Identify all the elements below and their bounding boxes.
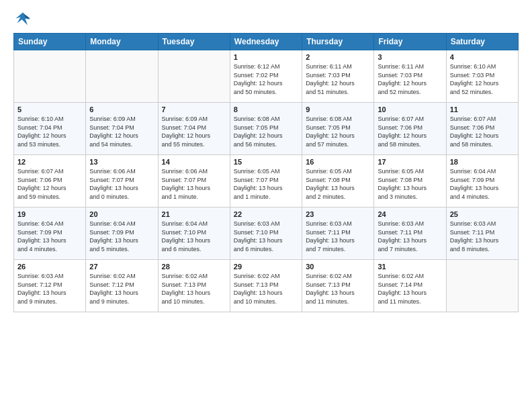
day-info: Sunrise: 6:02 AM Sunset: 7:14 PM Dayligh… xyxy=(378,272,442,306)
calendar-cell: 14Sunrise: 6:06 AM Sunset: 7:07 PM Dayli… xyxy=(158,155,230,208)
day-info: Sunrise: 6:04 AM Sunset: 7:09 PM Dayligh… xyxy=(89,220,154,253)
calendar-cell: 16Sunrise: 6:05 AM Sunset: 7:08 PM Dayli… xyxy=(302,155,374,208)
day-info: Sunrise: 6:04 AM Sunset: 7:09 PM Dayligh… xyxy=(450,167,515,201)
day-info: Sunrise: 6:06 AM Sunset: 7:07 PM Dayligh… xyxy=(89,167,154,201)
calendar-cell: 17Sunrise: 6:05 AM Sunset: 7:08 PM Dayli… xyxy=(374,155,446,208)
day-number: 4 xyxy=(450,53,515,61)
calendar-cell: 1Sunrise: 6:12 AM Sunset: 7:02 PM Daylig… xyxy=(230,50,302,103)
day-number: 26 xyxy=(17,263,82,271)
day-info: Sunrise: 6:12 AM Sunset: 7:02 PM Dayligh… xyxy=(234,62,298,96)
calendar-cell: 15Sunrise: 6:05 AM Sunset: 7:07 PM Dayli… xyxy=(230,155,302,208)
day-info: Sunrise: 6:09 AM Sunset: 7:04 PM Dayligh… xyxy=(89,115,154,148)
day-info: Sunrise: 6:07 AM Sunset: 7:06 PM Dayligh… xyxy=(450,115,515,148)
day-header-saturday: Saturday xyxy=(446,34,518,50)
day-number: 18 xyxy=(450,158,515,166)
day-info: Sunrise: 6:07 AM Sunset: 7:06 PM Dayligh… xyxy=(17,167,82,201)
day-info: Sunrise: 6:03 AM Sunset: 7:11 PM Dayligh… xyxy=(450,220,515,253)
calendar-cell xyxy=(86,50,158,103)
day-info: Sunrise: 6:09 AM Sunset: 7:04 PM Dayligh… xyxy=(162,115,226,148)
day-number: 13 xyxy=(89,158,154,166)
day-info: Sunrise: 6:05 AM Sunset: 7:07 PM Dayligh… xyxy=(234,167,298,201)
calendar-cell: 23Sunrise: 6:03 AM Sunset: 7:11 PM Dayli… xyxy=(302,208,374,260)
calendar-cell: 8Sunrise: 6:08 AM Sunset: 7:05 PM Daylig… xyxy=(230,103,302,155)
calendar-cell: 22Sunrise: 6:03 AM Sunset: 7:10 PM Dayli… xyxy=(230,208,302,260)
calendar-week-3: 12Sunrise: 6:07 AM Sunset: 7:06 PM Dayli… xyxy=(14,155,519,208)
day-header-thursday: Thursday xyxy=(302,34,374,50)
day-number: 7 xyxy=(162,105,226,113)
calendar-cell: 6Sunrise: 6:09 AM Sunset: 7:04 PM Daylig… xyxy=(86,103,158,155)
day-info: Sunrise: 6:05 AM Sunset: 7:08 PM Dayligh… xyxy=(306,167,370,201)
calendar-cell: 3Sunrise: 6:11 AM Sunset: 7:03 PM Daylig… xyxy=(374,50,446,103)
page: SundayMondayTuesdayWednesdayThursdayFrid… xyxy=(0,0,532,319)
calendar-cell: 21Sunrise: 6:04 AM Sunset: 7:10 PM Dayli… xyxy=(158,208,230,260)
day-number: 5 xyxy=(17,105,82,113)
day-header-monday: Monday xyxy=(86,34,158,50)
day-info: Sunrise: 6:11 AM Sunset: 7:03 PM Dayligh… xyxy=(378,62,442,96)
day-number: 11 xyxy=(450,105,515,113)
day-number: 21 xyxy=(162,210,226,218)
day-number: 31 xyxy=(378,263,442,271)
day-number: 10 xyxy=(378,105,442,113)
svg-marker-0 xyxy=(16,13,30,26)
calendar-cell: 25Sunrise: 6:03 AM Sunset: 7:11 PM Dayli… xyxy=(446,208,518,260)
calendar-cell: 18Sunrise: 6:04 AM Sunset: 7:09 PM Dayli… xyxy=(446,155,518,208)
day-number: 24 xyxy=(378,210,442,218)
day-info: Sunrise: 6:06 AM Sunset: 7:07 PM Dayligh… xyxy=(162,167,226,201)
day-number: 22 xyxy=(234,210,298,218)
day-info: Sunrise: 6:04 AM Sunset: 7:10 PM Dayligh… xyxy=(162,220,226,253)
day-info: Sunrise: 6:03 AM Sunset: 7:11 PM Dayligh… xyxy=(378,220,442,253)
calendar-cell: 28Sunrise: 6:02 AM Sunset: 7:13 PM Dayli… xyxy=(158,260,230,312)
day-info: Sunrise: 6:04 AM Sunset: 7:09 PM Dayligh… xyxy=(17,220,82,253)
calendar-cell: 30Sunrise: 6:02 AM Sunset: 7:13 PM Dayli… xyxy=(302,260,374,312)
calendar-cell xyxy=(446,260,518,312)
day-info: Sunrise: 6:08 AM Sunset: 7:05 PM Dayligh… xyxy=(234,115,298,148)
calendar-cell: 24Sunrise: 6:03 AM Sunset: 7:11 PM Dayli… xyxy=(374,208,446,260)
day-number: 14 xyxy=(162,158,226,166)
header xyxy=(13,10,519,29)
day-info: Sunrise: 6:02 AM Sunset: 7:13 PM Dayligh… xyxy=(162,272,226,306)
calendar-cell: 20Sunrise: 6:04 AM Sunset: 7:09 PM Dayli… xyxy=(86,208,158,260)
calendar-cell xyxy=(14,50,86,103)
day-number: 20 xyxy=(89,210,154,218)
calendar: SundayMondayTuesdayWednesdayThursdayFrid… xyxy=(13,33,519,312)
day-header-tuesday: Tuesday xyxy=(158,34,230,50)
day-info: Sunrise: 6:03 AM Sunset: 7:11 PM Dayligh… xyxy=(306,220,370,253)
calendar-cell: 26Sunrise: 6:03 AM Sunset: 7:12 PM Dayli… xyxy=(14,260,86,312)
day-info: Sunrise: 6:07 AM Sunset: 7:06 PM Dayligh… xyxy=(378,115,442,148)
day-info: Sunrise: 6:10 AM Sunset: 7:03 PM Dayligh… xyxy=(450,62,515,96)
day-number: 8 xyxy=(234,105,298,113)
calendar-cell: 31Sunrise: 6:02 AM Sunset: 7:14 PM Dayli… xyxy=(374,260,446,312)
calendar-cell xyxy=(158,50,230,103)
day-number: 9 xyxy=(306,105,370,113)
calendar-cell: 19Sunrise: 6:04 AM Sunset: 7:09 PM Dayli… xyxy=(14,208,86,260)
day-info: Sunrise: 6:08 AM Sunset: 7:05 PM Dayligh… xyxy=(306,115,370,148)
day-header-sunday: Sunday xyxy=(14,34,86,50)
calendar-cell: 12Sunrise: 6:07 AM Sunset: 7:06 PM Dayli… xyxy=(14,155,86,208)
calendar-week-4: 19Sunrise: 6:04 AM Sunset: 7:09 PM Dayli… xyxy=(14,208,519,260)
day-info: Sunrise: 6:03 AM Sunset: 7:12 PM Dayligh… xyxy=(17,272,82,306)
calendar-cell: 13Sunrise: 6:06 AM Sunset: 7:07 PM Dayli… xyxy=(86,155,158,208)
day-info: Sunrise: 6:10 AM Sunset: 7:04 PM Dayligh… xyxy=(17,115,82,148)
calendar-cell: 2Sunrise: 6:11 AM Sunset: 7:03 PM Daylig… xyxy=(302,50,374,103)
day-number: 3 xyxy=(378,53,442,61)
day-number: 2 xyxy=(306,53,370,61)
logo-icon xyxy=(13,10,32,29)
day-header-wednesday: Wednesday xyxy=(230,34,302,50)
calendar-cell: 10Sunrise: 6:07 AM Sunset: 7:06 PM Dayli… xyxy=(374,103,446,155)
calendar-header-row: SundayMondayTuesdayWednesdayThursdayFrid… xyxy=(14,34,519,50)
logo xyxy=(13,10,35,29)
day-info: Sunrise: 6:02 AM Sunset: 7:13 PM Dayligh… xyxy=(234,272,298,306)
day-number: 15 xyxy=(234,158,298,166)
calendar-week-1: 1Sunrise: 6:12 AM Sunset: 7:02 PM Daylig… xyxy=(14,50,519,103)
day-info: Sunrise: 6:03 AM Sunset: 7:10 PM Dayligh… xyxy=(234,220,298,253)
day-number: 29 xyxy=(234,263,298,271)
day-number: 1 xyxy=(234,53,298,61)
day-header-friday: Friday xyxy=(374,34,446,50)
day-info: Sunrise: 6:11 AM Sunset: 7:03 PM Dayligh… xyxy=(306,62,370,96)
day-number: 16 xyxy=(306,158,370,166)
day-info: Sunrise: 6:02 AM Sunset: 7:12 PM Dayligh… xyxy=(89,272,154,306)
day-number: 25 xyxy=(450,210,515,218)
day-info: Sunrise: 6:05 AM Sunset: 7:08 PM Dayligh… xyxy=(378,167,442,201)
calendar-cell: 11Sunrise: 6:07 AM Sunset: 7:06 PM Dayli… xyxy=(446,103,518,155)
calendar-week-5: 26Sunrise: 6:03 AM Sunset: 7:12 PM Dayli… xyxy=(14,260,519,312)
